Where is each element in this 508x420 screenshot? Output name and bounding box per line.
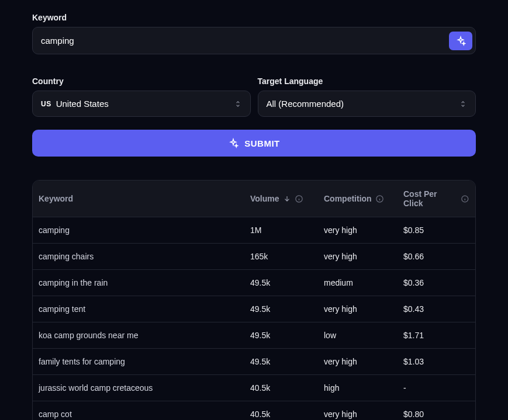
cell-cpc: $1.03 (403, 357, 469, 366)
cell-cpc: $0.80 (403, 409, 469, 419)
country-label: Country (32, 77, 251, 86)
cell-competition: low (324, 331, 403, 340)
cell-competition: very high (324, 409, 403, 419)
arrow-down-icon (283, 195, 291, 203)
cell-keyword: camping chairs (39, 252, 250, 261)
cell-keyword: camping tent (39, 304, 250, 314)
table-row[interactable]: koa camp grounds near me 49.5k low $1.71 (33, 322, 475, 349)
sparkle-icon (228, 138, 239, 148)
header-cpc[interactable]: Cost Per Click (403, 189, 469, 208)
table-row[interactable]: camp cot 40.5k very high $0.80 (33, 401, 475, 420)
cell-volume: 49.5k (250, 357, 324, 366)
cell-cpc: $0.36 (403, 278, 469, 287)
cell-cpc: - (403, 383, 469, 393)
cell-competition: very high (324, 357, 403, 366)
cell-competition: very high (324, 225, 403, 235)
cell-volume: 49.5k (250, 331, 324, 340)
table-row[interactable]: camping in the rain 49.5k medium $0.36 (33, 270, 475, 296)
cell-keyword: family tents for camping (39, 357, 250, 366)
chevron-updown-icon (459, 100, 467, 108)
cell-keyword: camping (39, 225, 250, 235)
header-competition[interactable]: Competition (324, 189, 403, 208)
info-icon (375, 195, 384, 203)
table-row[interactable]: camping tent 49.5k very high $0.43 (33, 296, 475, 322)
cell-volume: 40.5k (250, 409, 324, 419)
chevron-updown-icon (234, 100, 242, 108)
table-row[interactable]: camping 1M very high $0.85 (33, 217, 475, 244)
table-row[interactable]: family tents for camping 49.5k very high… (33, 349, 475, 375)
cell-cpc: $0.66 (403, 252, 469, 261)
info-icon (461, 195, 469, 203)
keyword-input[interactable] (32, 27, 476, 54)
table-header: Keyword Volume Competition Cost Per Clic… (33, 181, 475, 217)
cell-keyword: camping in the rain (39, 278, 250, 287)
cell-cpc: $0.43 (403, 304, 469, 314)
sparkle-icon (455, 36, 466, 46)
country-select[interactable]: US United States (32, 91, 251, 117)
language-label: Target Language (258, 77, 476, 86)
header-volume[interactable]: Volume (250, 189, 324, 208)
cell-keyword: camp cot (39, 409, 250, 419)
cell-volume: 49.5k (250, 304, 324, 314)
cell-cpc: $1.71 (403, 331, 469, 340)
cell-competition: very high (324, 252, 403, 261)
cell-volume: 40.5k (250, 383, 324, 393)
cell-keyword: jurassic world camp cretaceous (39, 383, 250, 393)
cell-keyword: koa camp grounds near me (39, 331, 250, 340)
cell-competition: high (324, 383, 403, 393)
country-value: United States (56, 99, 109, 109)
sparkle-button[interactable] (449, 32, 472, 50)
country-badge: US (41, 100, 51, 108)
cell-volume: 49.5k (250, 278, 324, 287)
cell-competition: medium (324, 278, 403, 287)
language-select[interactable]: All (Recommended) (258, 91, 476, 117)
table-row[interactable]: jurassic world camp cretaceous 40.5k hig… (33, 375, 475, 401)
submit-label: SUBMIT (244, 138, 280, 148)
cell-competition: very high (324, 304, 403, 314)
cell-cpc: $0.85 (403, 225, 469, 235)
cell-volume: 165k (250, 252, 324, 261)
keyword-input-wrapper (32, 27, 476, 54)
table-row[interactable]: camping chairs 165k very high $0.66 (33, 244, 475, 270)
submit-button[interactable]: SUBMIT (32, 130, 476, 157)
language-value: All (Recommended) (267, 99, 344, 109)
header-keyword[interactable]: Keyword (39, 189, 250, 208)
cell-volume: 1M (250, 225, 324, 235)
keyword-label: Keyword (32, 13, 476, 22)
info-icon (295, 195, 303, 203)
results-table: Keyword Volume Competition Cost Per Clic… (32, 180, 476, 420)
